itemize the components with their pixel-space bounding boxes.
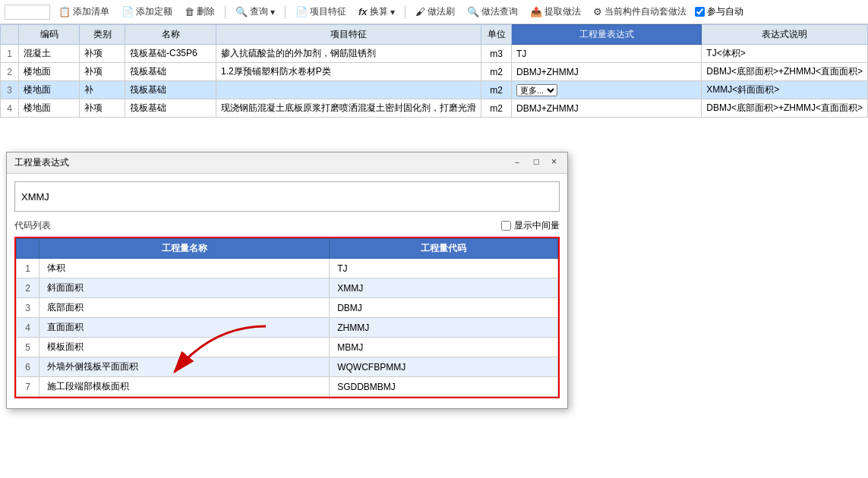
close-button[interactable]: × xyxy=(548,156,560,169)
dialog-title: 工程量表达式 xyxy=(14,156,69,169)
code-table-title: 代码列表 xyxy=(14,219,51,232)
code-row-num: 6 xyxy=(17,357,39,377)
code-row-name: 外墙外侧筏板平面面积 xyxy=(39,357,330,377)
code-row-name: 施工段端部模板面积 xyxy=(39,377,330,397)
show-intermediate-checkbox[interactable] xyxy=(501,221,511,231)
dialog-body: 代码列表 显示中间量 工程量名称 工程量代码 xyxy=(7,174,567,408)
minimize-button[interactable]: － xyxy=(510,156,525,169)
code-table-wrapper: 工程量名称 工程量代码 1 体积 TJ 2 斜面面积 XMMJ 3 底部面积 D… xyxy=(14,237,560,398)
code-table-row[interactable]: 1 体积 TJ xyxy=(17,259,558,278)
code-col-name: 工程量名称 xyxy=(39,239,330,259)
code-row-name: 直面面积 xyxy=(39,318,330,338)
code-row-code: MBMJ xyxy=(330,338,558,357)
code-row-num: 3 xyxy=(17,298,39,318)
code-row-name: 体积 xyxy=(39,259,330,278)
code-row-num: 7 xyxy=(17,377,39,397)
code-row-num: 1 xyxy=(17,259,39,278)
code-row-name: 斜面面积 xyxy=(39,278,330,298)
code-row-code: WQWCFBPMMJ xyxy=(330,357,558,377)
code-col-num xyxy=(17,239,39,259)
code-row-num: 2 xyxy=(17,278,39,298)
dialog-overlay: 工程量表达式 － □ × 代码列表 显示中间量 xyxy=(0,0,868,478)
code-table-row[interactable]: 2 斜面面积 XMMJ xyxy=(17,278,558,298)
dialog-controls: － □ × xyxy=(510,156,560,169)
code-table: 工程量名称 工程量代码 1 体积 TJ 2 斜面面积 XMMJ 3 底部面积 D… xyxy=(16,238,558,397)
code-row-code: SGDDBMBMJ xyxy=(330,377,558,397)
maximize-button[interactable]: □ xyxy=(531,156,542,169)
code-row-code: DBMJ xyxy=(330,298,558,318)
code-row-num: 5 xyxy=(17,338,39,357)
code-row-code: XMMJ xyxy=(330,278,558,298)
show-intermediate-label: 显示中间量 xyxy=(514,219,560,232)
expression-input[interactable] xyxy=(14,181,560,212)
show-intermediate-wrapper[interactable]: 显示中间量 xyxy=(501,219,560,232)
code-row-name: 模板面积 xyxy=(39,338,330,357)
code-row-num: 4 xyxy=(17,318,39,338)
code-table-row[interactable]: 3 底部面积 DBMJ xyxy=(17,298,558,318)
code-row-code: ZHMMJ xyxy=(330,318,558,338)
code-table-row[interactable]: 6 外墙外侧筏板平面面积 WQWCFBPMMJ xyxy=(17,357,558,377)
code-col-code: 工程量代码 xyxy=(330,239,558,259)
code-table-row[interactable]: 4 直面面积 ZHMMJ xyxy=(17,318,558,338)
expression-dialog: 工程量表达式 － □ × 代码列表 显示中间量 xyxy=(6,152,568,409)
code-row-name: 底部面积 xyxy=(39,298,330,318)
code-table-row[interactable]: 7 施工段端部模板面积 SGDDBMBMJ xyxy=(17,377,558,397)
dialog-titlebar: 工程量表达式 － □ × xyxy=(7,153,567,174)
code-table-row[interactable]: 5 模板面积 MBMJ xyxy=(17,338,558,357)
code-table-header: 代码列表 显示中间量 xyxy=(14,219,560,232)
code-row-code: TJ xyxy=(330,259,558,278)
